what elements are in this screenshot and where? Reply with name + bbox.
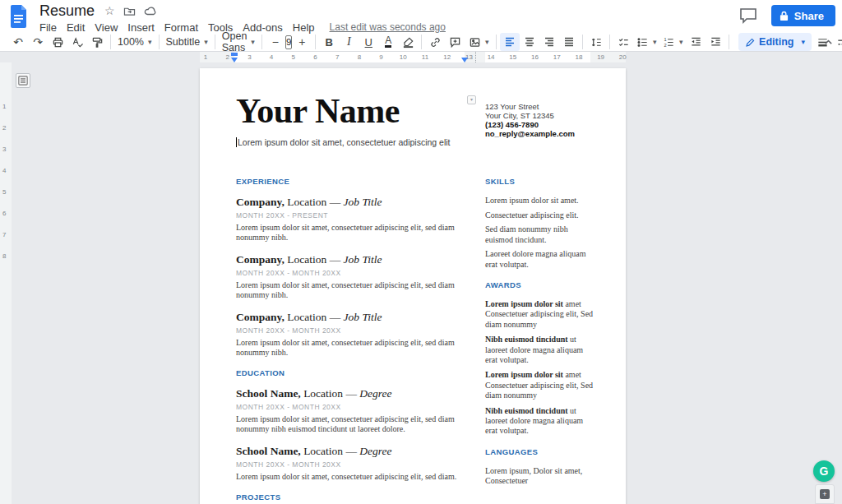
contact-block[interactable]: 123 Your Street Your City, ST 12345 (123… xyxy=(485,102,575,138)
decrease-font-size-button[interactable]: − xyxy=(266,33,285,51)
chevron-up-icon xyxy=(823,37,834,48)
degree: Degree xyxy=(359,445,391,457)
separator-dash: — xyxy=(345,387,357,400)
bold-button[interactable]: B xyxy=(319,33,339,51)
highlight-color-button[interactable] xyxy=(398,33,418,51)
experience-entry: Company, Location — Job Title MONTH 20XX… xyxy=(236,196,471,243)
skill-item: Consectetuer adipiscing elit. xyxy=(485,210,594,221)
last-edit-link[interactable]: Last edit was seconds ago xyxy=(330,21,446,33)
vertical-ruler[interactable]: 12345678 xyxy=(0,62,12,504)
editing-mode-label: Editing xyxy=(759,36,793,48)
entry-body: Lorem ipsum dolor sit amet, consectetuer… xyxy=(236,280,471,300)
share-button[interactable]: Share xyxy=(771,5,835,26)
toolbar-collapse-button[interactable] xyxy=(823,37,834,48)
increase-indent-button[interactable] xyxy=(706,33,725,51)
numbered-list-button[interactable]: 12 ▾ xyxy=(659,33,686,51)
experience-heading: EXPERIENCE xyxy=(236,177,471,186)
document-page[interactable]: Your Name Lorem ipsum dolor sit amet, co… xyxy=(200,68,626,504)
job-title: Job Title xyxy=(344,311,382,323)
company-location: Location xyxy=(287,196,326,208)
google-docs-logo-icon[interactable] xyxy=(10,5,28,28)
job-title: Job Title xyxy=(344,253,382,266)
paragraph-style-select[interactable]: Subtitle ▾ xyxy=(163,33,211,51)
resume-right-column[interactable]: SKILLS Lorem ipsum dolor sit amet. Conse… xyxy=(485,177,594,487)
open-comments-button[interactable] xyxy=(733,3,763,28)
show-outline-button[interactable] xyxy=(16,73,30,88)
underline-button[interactable]: U xyxy=(359,33,378,51)
insert-image-button[interactable]: ▾ xyxy=(465,33,493,51)
languages-heading: LANGUAGES xyxy=(485,447,594,456)
tagline-text: Lorem ipsum dolor sit amet, consectetuer… xyxy=(238,137,451,147)
skill-item: Lorem ipsum dolor sit amet. xyxy=(485,196,594,206)
text-color-glyph: A xyxy=(385,36,391,48)
spellcheck-button[interactable] xyxy=(67,33,87,51)
share-button-label: Share xyxy=(794,10,824,22)
chevron-down-icon: ▾ xyxy=(801,38,805,46)
award-item: Lorem ipsum dolor sit amet Consectetuer … xyxy=(485,370,594,400)
font-size-input[interactable]: 9 xyxy=(285,35,292,49)
side-panel-widget-button[interactable]: + xyxy=(815,484,835,504)
resume-name-heading[interactable]: Your Name xyxy=(236,91,400,131)
undo-button[interactable]: ↶ xyxy=(8,33,28,51)
chevron-down-icon: ▾ xyxy=(148,38,152,46)
company-name: Company, xyxy=(236,196,285,208)
outline-icon xyxy=(18,76,28,86)
left-indent-marker[interactable] xyxy=(231,58,238,62)
line-spacing-button[interactable] xyxy=(586,33,606,51)
widget-plus-icon: + xyxy=(820,489,830,499)
editing-mode-button[interactable]: Editing ▾ xyxy=(738,33,812,51)
entry-dates: MONTH 20XX - MONTH 20XX xyxy=(236,326,471,335)
italic-button[interactable]: I xyxy=(339,33,359,51)
resume-left-column[interactable]: EXPERIENCE Company, Location — Job Title… xyxy=(236,177,471,504)
chevron-down-icon: ▾ xyxy=(251,38,255,46)
toolbar: ↶ ↷ 100% ▾ Subtitle ▾ Open Sans ▾ − 9 + xyxy=(0,32,842,52)
add-comment-button[interactable] xyxy=(445,33,465,51)
insert-link-button[interactable] xyxy=(425,33,445,51)
entry-dates: MONTH 20XX - MONTH 20XX xyxy=(236,403,471,411)
right-indent-marker[interactable] xyxy=(461,58,468,62)
table-cell-menu-button[interactable]: ▾ xyxy=(467,95,476,104)
education-entry: School Name, Location — Degree MONTH 20X… xyxy=(236,387,471,434)
align-center-button[interactable] xyxy=(520,33,539,51)
print-button[interactable] xyxy=(48,33,67,51)
checklist-button[interactable] xyxy=(613,33,633,51)
entry-dates: MONTH 20XX - PRESENT xyxy=(236,211,471,220)
svg-text:2: 2 xyxy=(664,43,666,48)
degree: Degree xyxy=(359,387,391,400)
company-name: Company, xyxy=(236,311,285,323)
app-header: Resume ☆ File Edit View Insert Format To… xyxy=(0,0,842,52)
star-icon[interactable]: ☆ xyxy=(104,5,115,16)
font-value: Open Sans xyxy=(222,30,248,53)
text-color-button[interactable]: A xyxy=(378,33,398,51)
border-dash-button[interactable] xyxy=(832,33,842,51)
table-column-divider[interactable] xyxy=(475,52,476,62)
zoom-select[interactable]: 100% ▾ xyxy=(114,33,155,51)
school-location: Location xyxy=(303,387,343,400)
projects-heading: PROJECTS xyxy=(236,492,471,502)
education-entry: School Name, Location — Degree MONTH 20X… xyxy=(236,445,471,482)
move-folder-icon[interactable] xyxy=(123,6,136,16)
pencil-icon xyxy=(745,37,756,48)
award-title: Nibh euismod tincidunt xyxy=(485,335,568,344)
award-item: Lorem ipsum dolor sit amet Consectetuer … xyxy=(485,299,594,330)
style-value: Subtitle xyxy=(166,36,201,48)
school-name: School Name, xyxy=(236,445,301,457)
font-select[interactable]: Open Sans ▾ xyxy=(219,33,258,51)
resume-tagline[interactable]: Lorem ipsum dolor sit amet, consectetuer… xyxy=(236,137,451,147)
align-left-button[interactable] xyxy=(500,33,520,51)
awards-heading: AWARDS xyxy=(485,280,594,289)
align-justify-button[interactable] xyxy=(559,33,579,51)
document-title[interactable]: Resume xyxy=(38,2,96,20)
increase-font-size-button[interactable]: + xyxy=(292,33,312,51)
decrease-indent-button[interactable] xyxy=(686,33,706,51)
redo-button[interactable]: ↷ xyxy=(28,33,48,51)
bulleted-list-button[interactable]: ▾ xyxy=(633,33,659,51)
align-right-button[interactable] xyxy=(539,33,559,51)
paint-format-button[interactable] xyxy=(87,33,107,51)
skill-item: Sed diam nonummy nibh euismod tincidunt. xyxy=(485,224,594,245)
cloud-saved-icon[interactable] xyxy=(144,6,157,16)
grammarly-icon[interactable]: G xyxy=(813,460,835,482)
horizontal-ruler[interactable]: 1234567891011121314151617181920 xyxy=(200,52,626,62)
chevron-down-icon: ▾ xyxy=(653,38,657,46)
languages-text: Lorem ipsum, Dolor sit amet, Consectetue… xyxy=(485,466,594,487)
